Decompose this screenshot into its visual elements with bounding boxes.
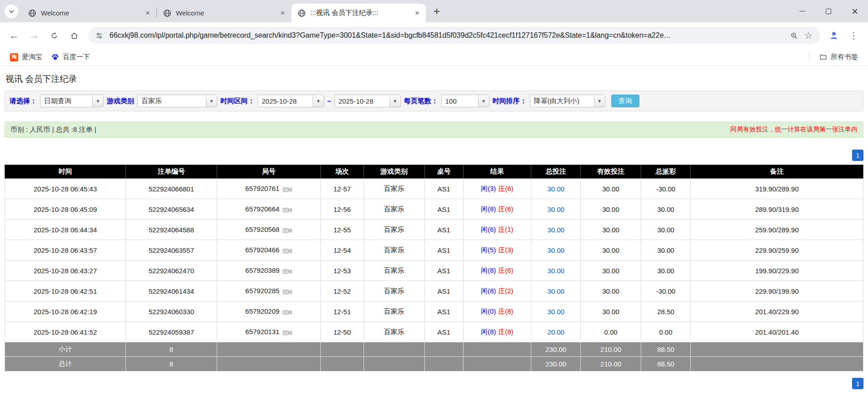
chevron-down-icon[interactable]: ▼ (594, 95, 605, 107)
maximize-button[interactable] (815, 0, 842, 22)
divider (809, 52, 809, 62)
game-type-select[interactable]: 百家乐 ▼ (137, 95, 217, 107)
empty-cell (691, 357, 863, 371)
empty-cell (321, 357, 364, 371)
header-note: 备注 (691, 165, 863, 179)
header-payout: 总派彩 (641, 165, 691, 179)
query-type-select[interactable]: 日期查询 ▼ (40, 95, 104, 107)
bookmark-label: 百度一下 (63, 53, 90, 61)
date-to-value: 2025-10-28 (335, 97, 389, 105)
cell-note: 201.40/229.90 (691, 301, 863, 322)
globe-icon (163, 9, 171, 17)
page-button-1[interactable]: 1 (852, 378, 863, 389)
url-text[interactable]: 66cxkj98.com/ipl/portal.php/game/betreco… (110, 31, 784, 40)
bookmark-baidu[interactable]: 百度一下 (47, 50, 95, 64)
total-bet-link[interactable]: 30.00 (547, 287, 564, 295)
bookmark-taobao[interactable]: 淘 爱淘宝 (5, 50, 47, 64)
total-bet-link[interactable]: 30.00 (547, 206, 564, 213)
chevron-down-icon[interactable]: ▼ (92, 95, 103, 107)
cell-result: 闲(8)庄(2) (463, 281, 531, 301)
empty-cell (424, 342, 463, 357)
video-replay-icon[interactable] (283, 268, 292, 275)
tab-title: Welcome (41, 9, 143, 17)
browser-tab-bet-records[interactable]: :::视讯 会员下注纪录::: × (291, 4, 426, 22)
chevron-down-icon[interactable]: ▼ (389, 95, 400, 107)
video-replay-icon[interactable] (283, 248, 292, 254)
menu-button[interactable]: ⋮ (844, 26, 863, 45)
tab-title: :::视讯 会员下注纪录::: (310, 9, 412, 17)
page-button-1[interactable]: 1 (852, 150, 863, 161)
forward-button[interactable]: → (25, 26, 44, 45)
total-bet-link[interactable]: 30.00 (547, 308, 564, 316)
date-to-select[interactable]: 2025-10-28 ▼ (334, 95, 401, 107)
total-bet-link[interactable]: 30.00 (547, 246, 564, 254)
cell-payout: -30.00 (641, 281, 691, 301)
back-button[interactable]: ← (5, 26, 24, 45)
date-from-select[interactable]: 2025-10-28 ▼ (258, 95, 324, 107)
cell-bet-id: 522924063557 (126, 240, 217, 261)
cell-session: 12-57 (321, 179, 364, 199)
grand-total-label: 总计 (5, 357, 126, 371)
cell-note: 289.90/319.90 (691, 199, 863, 220)
cell-note: 259.90/289.90 (691, 220, 863, 240)
tab-search-button[interactable] (5, 5, 18, 18)
video-replay-icon[interactable] (283, 289, 292, 295)
cell-total-bet: 30.00 (531, 281, 581, 301)
cell-payout: 0.00 (641, 322, 691, 342)
video-replay-icon[interactable] (283, 227, 292, 234)
browser-tab-welcome-2[interactable]: Welcome × (157, 4, 291, 22)
browser-tab-welcome-1[interactable]: Welcome × (22, 4, 156, 22)
home-icon (70, 31, 79, 40)
subtotal-total-bet: 230.00 (531, 342, 581, 357)
cell-valid-bet: 30.00 (581, 281, 641, 301)
cell-total-bet: 20.00 (531, 322, 581, 342)
refresh-button[interactable] (45, 26, 64, 45)
taobao-icon: 淘 (10, 53, 18, 61)
result-player: 闲(8) (481, 287, 496, 295)
sort-order-select[interactable]: 降幂(由大到小) ▼ (530, 95, 605, 107)
chevron-down-icon[interactable]: ▼ (478, 95, 489, 107)
total-bet-link[interactable]: 20.00 (547, 328, 564, 336)
person-icon (829, 30, 839, 40)
video-replay-icon[interactable] (283, 207, 292, 213)
cell-game-type: 百家乐 (364, 301, 424, 322)
search-button[interactable]: 查询 (611, 95, 639, 107)
cell-total-bet: 30.00 (531, 220, 581, 240)
sort-order-value: 降幂(由大到小) (530, 97, 594, 105)
summary-bar: 币别 : 人民币 | 总共 :8 注单 | 同局有效投注，统一计算在该局第一张注… (5, 121, 863, 138)
site-settings-icon[interactable] (95, 32, 103, 40)
cell-game-type: 百家乐 (364, 261, 424, 281)
video-replay-icon[interactable] (283, 309, 292, 316)
zoom-indicator-icon[interactable] (790, 32, 798, 40)
minimize-button[interactable] (789, 0, 815, 22)
page-size-select[interactable]: 100 ▼ (441, 95, 489, 107)
close-window-button[interactable]: × (842, 0, 868, 22)
tab-close-icon[interactable]: × (412, 8, 422, 18)
result-banker: 庄(6) (498, 205, 513, 213)
cell-payout: 30.00 (641, 199, 691, 220)
tab-close-icon[interactable]: × (278, 8, 288, 18)
total-bet-link[interactable]: 30.00 (547, 267, 564, 275)
cell-game-type: 百家乐 (364, 322, 424, 342)
total-bet-link[interactable]: 30.00 (547, 226, 564, 234)
home-button[interactable] (65, 26, 84, 45)
tab-close-icon[interactable]: × (143, 8, 153, 18)
profile-button[interactable] (824, 26, 843, 45)
address-bar[interactable]: 66cxkj98.com/ipl/portal.php/game/betreco… (88, 27, 820, 44)
total-bet-link[interactable]: 30.00 (547, 185, 564, 193)
cell-result: 闲(8)庄(6) (463, 261, 531, 281)
header-table-no: 桌号 (424, 165, 463, 179)
bookmark-star-icon[interactable]: ☆ (804, 31, 813, 40)
chevron-down-icon[interactable]: ▼ (206, 95, 217, 107)
chevron-down-icon[interactable]: ▼ (313, 95, 324, 107)
cell-bet-id: 522924064588 (126, 220, 217, 240)
folder-icon (819, 53, 827, 61)
video-replay-icon[interactable] (283, 330, 292, 336)
result-banker: 庄(8) (498, 307, 513, 315)
new-tab-button[interactable]: + (429, 3, 445, 20)
result-banker: 庄(8) (498, 328, 513, 336)
video-replay-icon[interactable] (283, 186, 292, 193)
all-bookmarks-button[interactable]: 所有书签 (815, 50, 863, 64)
cell-time: 2025-10-28 06:45:43 (5, 179, 126, 199)
cell-result: 闲(5)庄(3) (463, 240, 531, 261)
